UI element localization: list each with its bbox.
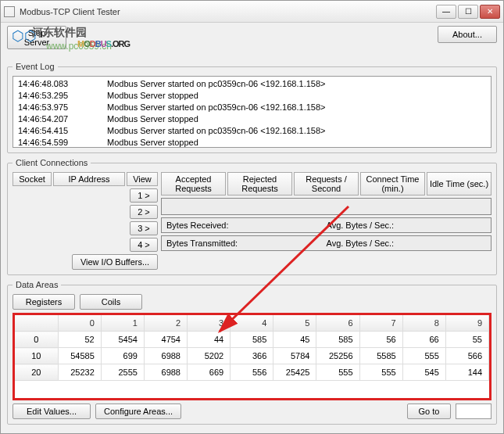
col-socket: Socket: [13, 172, 52, 186]
view-connection-button[interactable]: 2 >: [130, 205, 158, 219]
maximize-button[interactable]: ☐: [458, 5, 478, 19]
grid-col-header: 1: [101, 315, 144, 332]
grid-cell[interactable]: 669: [188, 364, 231, 381]
goto-button[interactable]: Go to: [407, 404, 451, 419]
stats-values-row: [161, 198, 491, 215]
grid-cell[interactable]: 555: [402, 348, 445, 364]
data-areas-legend: Data Areas: [13, 280, 61, 289]
grid-cell[interactable]: 52: [58, 332, 101, 348]
event-log-row[interactable]: 14:46:53.975Modbus Server started on pc0…: [15, 102, 489, 113]
grid-cell[interactable]: 56: [359, 332, 402, 348]
event-log-row[interactable]: 14:46:48.083Modbus Server started on pc0…: [15, 78, 489, 90]
avg-bytes-tx-label: Avg. Bytes / Sec.:: [327, 239, 487, 248]
event-log-list[interactable]: 14:46:48.083Modbus Server started on pc0…: [13, 76, 491, 148]
view-connection-button[interactable]: 3 >: [130, 221, 158, 235]
bytes-received-row: Bytes Received: Avg. Bytes / Sec.:: [161, 217, 491, 233]
event-log-row[interactable]: 14:46:53.295Modbus Server stopped: [15, 90, 489, 102]
grid-cell[interactable]: 6988: [144, 348, 187, 364]
client-connections-legend: Client Connections: [13, 158, 91, 167]
view-connection-button[interactable]: 4 >: [130, 238, 158, 252]
grid-col-header: 2: [144, 315, 187, 332]
data-grid[interactable]: 0123456789052545447544458545585566655105…: [13, 313, 491, 400]
grid-cell[interactable]: 25425: [273, 364, 316, 381]
titlebar: Modbus-TCP Client Tester — ☐ ✕: [1, 1, 503, 23]
grid-col-header: 7: [359, 315, 402, 332]
goto-input[interactable]: [456, 404, 491, 419]
minimize-button[interactable]: —: [436, 5, 456, 19]
configure-areas-button[interactable]: Configure Areas...: [95, 404, 181, 419]
grid-cell[interactable]: 556: [231, 364, 273, 381]
grid-row-addr: 0: [15, 332, 58, 348]
stop-server-button[interactable]: Stop Server: [7, 26, 66, 49]
grid-col-header: 8: [402, 315, 445, 332]
grid-col-header: 4: [231, 315, 273, 332]
coils-tab[interactable]: Coils: [80, 294, 142, 310]
close-button[interactable]: ✕: [480, 5, 500, 19]
stats-header-cell: Requests / Second: [294, 172, 359, 195]
grid-cell[interactable]: 44: [188, 332, 231, 348]
grid-col-header: 0: [58, 315, 101, 332]
grid-cell[interactable]: 555: [359, 364, 402, 381]
grid-cell[interactable]: 5454: [101, 332, 144, 348]
grid-cell[interactable]: 366: [231, 348, 273, 364]
grid-cell[interactable]: 699: [101, 348, 144, 364]
client-connections-group: Client Connections Socket IP Address Vie…: [7, 158, 497, 275]
grid-col-header: 6: [316, 315, 359, 332]
grid-cell[interactable]: 5202: [188, 348, 231, 364]
grid-row-addr: 20: [15, 364, 58, 381]
grid-row[interactable]: 052545447544458545585566655: [15, 332, 489, 348]
registers-tab[interactable]: Registers: [13, 294, 75, 310]
grid-cell[interactable]: 25232: [58, 364, 101, 381]
event-log-legend: Event Log: [13, 62, 58, 71]
avg-bytes-rx-label: Avg. Bytes / Sec.:: [327, 221, 487, 230]
about-button[interactable]: About...: [438, 26, 497, 43]
app-icon: [4, 6, 15, 17]
bytes-transmitted-row: Bytes Transmitted: Avg. Bytes / Sec.:: [161, 235, 491, 251]
grid-cell[interactable]: 555: [316, 364, 359, 381]
event-log-group: Event Log 14:46:48.083Modbus Server star…: [7, 62, 497, 153]
bytes-transmitted-label: Bytes Transmitted:: [166, 239, 327, 248]
col-view: View: [127, 172, 158, 186]
grid-cell[interactable]: 566: [445, 348, 488, 364]
event-log-row[interactable]: 14:46:54.415Modbus Server started on pc0…: [15, 125, 489, 137]
stats-header-cell: Idle Time (sec.): [427, 172, 491, 195]
grid-cell[interactable]: 54585: [58, 348, 101, 364]
grid-cell[interactable]: 585: [231, 332, 273, 348]
grid-cell[interactable]: 585: [316, 332, 359, 348]
grid-cell[interactable]: 4754: [144, 332, 187, 348]
stats-header-cell: Accepted Requests: [161, 172, 226, 195]
grid-cell[interactable]: 66: [402, 332, 445, 348]
event-log-row[interactable]: 14:46:54.599Modbus Server stopped: [15, 137, 489, 148]
grid-cell[interactable]: 5585: [359, 348, 402, 364]
grid-cell[interactable]: 5784: [273, 348, 316, 364]
grid-row[interactable]: 1054585699698852023665784252565585555566: [15, 348, 489, 364]
grid-cell[interactable]: 55: [445, 332, 488, 348]
grid-row-addr: 10: [15, 348, 58, 364]
grid-cell[interactable]: 25256: [316, 348, 359, 364]
grid-cell[interactable]: 45: [273, 332, 316, 348]
col-ip: IP Address: [53, 172, 125, 186]
grid-cell[interactable]: 6988: [144, 364, 187, 381]
grid-cell[interactable]: 545: [402, 364, 445, 381]
data-areas-group: Data Areas Registers Coils 0123456789052…: [7, 280, 497, 425]
grid-cell[interactable]: 144: [445, 364, 488, 381]
grid-col-header: 3: [188, 315, 231, 332]
stats-header-cell: Rejected Requests: [227, 172, 292, 195]
grid-row[interactable]: 20252322555698866955625425555555545144: [15, 364, 489, 381]
stats-header-cell: Connect Time (min.): [360, 172, 425, 195]
grid-col-header: 5: [273, 315, 316, 332]
grid-col-header: 9: [445, 315, 488, 332]
bytes-received-label: Bytes Received:: [166, 221, 327, 230]
edit-values-button[interactable]: Edit Values...: [13, 404, 91, 419]
view-connection-button[interactable]: 1 >: [130, 188, 158, 203]
window-title: Modbus-TCP Client Tester: [20, 7, 436, 16]
event-log-row[interactable]: 14:46:54.207Modbus Server stopped: [15, 113, 489, 125]
modbus-logo: MODBUS.ORG: [77, 24, 130, 53]
view-io-buffers-button[interactable]: View I/O Buffers...: [72, 254, 158, 270]
grid-cell[interactable]: 2555: [101, 364, 144, 381]
